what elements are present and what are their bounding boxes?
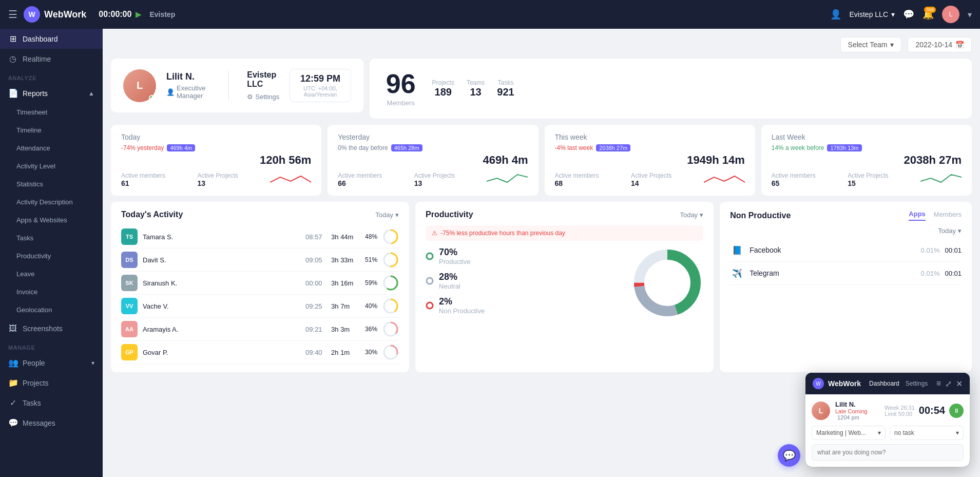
- chat-user-status: Late Coming 1204 pm: [835, 408, 879, 421]
- np-card-header: Non Productive Apps Members: [730, 210, 962, 221]
- time-cards-row: Today -74% yesterday 469h 4m 120h 56m Ac…: [111, 125, 972, 196]
- filter-chevron-icon: ▾: [395, 211, 399, 219]
- activity-row-4[interactable]: AA Aramayis A. 09:21 3h 3m 36%: [121, 318, 399, 341]
- play-icon[interactable]: ▶: [136, 10, 141, 18]
- activity-time: 09:40: [305, 349, 326, 356]
- sidebar-item-productivity[interactable]: Productivity: [0, 247, 103, 265]
- activity-list: TS Tamara S. 08:57 3h 44m 48% DS Davit S…: [121, 225, 399, 364]
- sidebar-item-statistics[interactable]: Statistics: [0, 175, 103, 193]
- sidebar-item-projects[interactable]: 📁 Projects: [0, 373, 103, 393]
- company-settings[interactable]: ⚙ Settings: [247, 93, 279, 101]
- sidebar-item-attendance[interactable]: Attendance: [0, 139, 103, 157]
- sidebar-section-analyze: ANALYZE: [0, 69, 103, 83]
- sidebar-item-activity-description[interactable]: Activity Description: [0, 193, 103, 211]
- sidebar-item-screenshots[interactable]: 🖼 Screenshots: [0, 319, 103, 338]
- activity-avatar: AA: [121, 321, 138, 337]
- activity-row-5[interactable]: GP Govar P. 09:40 2h 1m 30%: [121, 341, 399, 364]
- hamburger-icon[interactable]: ☰: [8, 8, 17, 21]
- select-team-chevron-icon: ▾: [890, 41, 894, 49]
- dashboard-icon: ⊞: [8, 34, 17, 44]
- sidebar-label-invoice: Invoice: [16, 288, 37, 296]
- activity-row-1[interactable]: DS Davit S. 09:05 3h 33m 51%: [121, 249, 399, 272]
- sidebar-item-messages[interactable]: 💬 Messages: [0, 413, 103, 433]
- activity-pct: 59%: [362, 279, 377, 287]
- activity-filter[interactable]: Today ▾: [375, 211, 399, 219]
- sidebar-item-invoice[interactable]: Invoice: [0, 283, 103, 301]
- chat-nav-settings[interactable]: Settings: [906, 380, 928, 387]
- time-card-pct: -74% yesterday: [121, 144, 164, 151]
- activity-avatar: GP: [121, 344, 138, 360]
- activity-donut-chart: [382, 275, 399, 291]
- chat-pause-button[interactable]: ⏸: [949, 404, 964, 418]
- sidebar-item-tasks2[interactable]: ✓ Tasks: [0, 393, 103, 413]
- chat-nav-dashboard[interactable]: Dashboard: [869, 380, 899, 387]
- logo-icon: W: [24, 6, 40, 23]
- profile-stats-row: L Lilit N. 👤 Executive Manager Evistep L…: [111, 59, 972, 119]
- sidebar-item-people[interactable]: 👥 People ▾: [0, 353, 103, 373]
- reports-icon: 📄: [8, 88, 17, 98]
- user-company[interactable]: Evistep LLC ▾: [850, 10, 895, 18]
- sidebar-item-realtime[interactable]: ◷ Realtime: [0, 49, 103, 69]
- time-card-title: This week: [555, 133, 745, 141]
- np-filter[interactable]: Today ▾: [938, 227, 962, 235]
- chat-logo: W: [813, 378, 824, 389]
- sidebar-label-people: People: [23, 359, 45, 367]
- profile-name: Lilit N.: [166, 71, 210, 82]
- productivity-title: Productivity: [426, 210, 473, 219]
- avatar[interactable]: L: [942, 6, 959, 23]
- activity-avatar: DS: [121, 252, 138, 268]
- timer-display: 00:00:00 ▶ Evistep: [99, 10, 175, 19]
- sidebar-item-tasks[interactable]: Tasks: [0, 229, 103, 247]
- productivity-filter[interactable]: Today ▾: [680, 211, 703, 219]
- np-tab-apps[interactable]: Apps: [909, 210, 926, 221]
- chat-menu-icon[interactable]: ≡: [936, 379, 941, 389]
- np-tabs: Apps Members: [909, 210, 962, 221]
- user-icon[interactable]: 👤: [830, 9, 841, 20]
- chat-status-input[interactable]: [812, 444, 964, 461]
- time-card-title: Last Week: [772, 133, 962, 141]
- activity-name: Davit S.: [143, 256, 300, 264]
- sidebar-item-geolocation[interactable]: Geolocation: [0, 301, 103, 319]
- sidebar-label-activity-level: Activity Level: [16, 162, 55, 170]
- profile-role: 👤 Executive Manager: [166, 84, 210, 100]
- chat-close-icon[interactable]: ✕: [956, 379, 963, 389]
- np-app-row-0[interactable]: 📘 Facebook 0.01% 00:01: [730, 239, 962, 262]
- chat-expand-icon[interactable]: ⤢: [945, 379, 952, 389]
- active-members-stat: Active members 68: [555, 172, 599, 187]
- sidebar-label-screenshots: Screenshots: [23, 325, 63, 333]
- activity-row-0[interactable]: TS Tamara S. 08:57 3h 44m 48%: [121, 225, 399, 249]
- notifications-icon[interactable]: 🔔 368: [923, 9, 934, 20]
- chat-task-select[interactable]: no task ▾: [890, 426, 964, 440]
- date-picker-button[interactable]: 2022-10-14 📅: [908, 37, 972, 52]
- sidebar-item-activity-level[interactable]: Activity Level: [0, 157, 103, 175]
- np-tab-members[interactable]: Members: [934, 211, 962, 220]
- activity-name: Aramayis A.: [143, 326, 300, 333]
- company-label: Evistep: [149, 10, 175, 18]
- support-bubble[interactable]: 💬: [778, 444, 800, 467]
- np-app-name: Facebook: [750, 246, 915, 254]
- sidebar-item-timeline[interactable]: Timeline: [0, 121, 103, 139]
- sidebar-item-apps-websites[interactable]: Apps & Websites: [0, 211, 103, 229]
- task-select-chevron-icon: ▾: [956, 429, 959, 436]
- sidebar-item-dashboard[interactable]: ⊞ Dashboard: [0, 29, 103, 49]
- time-card-pct: 0% the day before: [338, 144, 388, 151]
- activity-time: 08:57: [305, 233, 326, 241]
- sidebar-item-timesheet[interactable]: Timesheet: [0, 103, 103, 121]
- time-card-badge: 469h 4m: [167, 144, 195, 151]
- messages-icon[interactable]: 💬: [903, 9, 914, 20]
- chat-project-select[interactable]: Marketing | Web... ▾: [812, 426, 886, 440]
- activity-row-2[interactable]: SK Siranush K. 00:00 3h 16m 59%: [121, 272, 399, 295]
- activity-duration: 3h 16m: [331, 279, 357, 287]
- sidebar-item-reports[interactable]: 📄 Reports ▲: [0, 83, 103, 103]
- activity-name: Tamara S.: [143, 233, 300, 241]
- chevron-down-icon: ▾: [891, 10, 895, 18]
- sidebar-item-leave[interactable]: Leave: [0, 265, 103, 283]
- np-app-row-1[interactable]: ✈️ Telegram 0.01% 00:01: [730, 262, 962, 285]
- activity-row-3[interactable]: VV Vache V. 09:25 3h 7m 40%: [121, 295, 399, 318]
- activity-donut-chart: [382, 321, 399, 337]
- activity-duration: 3h 44m: [331, 233, 357, 241]
- select-team-button[interactable]: Select Team ▾: [840, 37, 902, 52]
- neutral-donut-icon: [426, 277, 434, 285]
- svg-point-13: [427, 278, 433, 284]
- chat-timer-area: Week 26:31 Limit 50:00 00:54 ⏸: [885, 404, 964, 418]
